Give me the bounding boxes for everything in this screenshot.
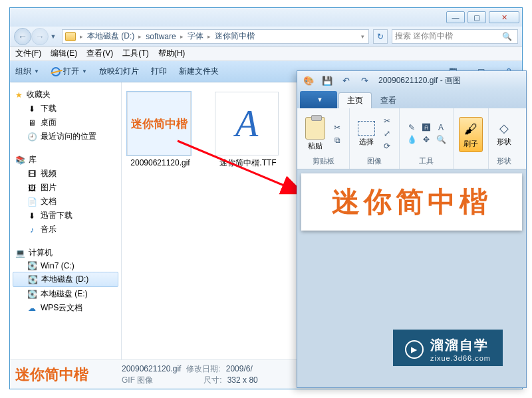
sidebar-item-music[interactable]: ♪音乐 bbox=[13, 223, 118, 237]
navigation-pane: ★收藏夹 ⬇下载 🖥桌面 🕘最近访问的位置 📚库 🎞视频 🖼图片 📄文档 ⬇迅雷… bbox=[10, 82, 122, 359]
dimensions-label: 尺寸: bbox=[203, 375, 221, 386]
paint-app-icon[interactable]: 🎨 bbox=[300, 73, 317, 88]
file-item-ttf[interactable]: A 迷你简中楷.TTF bbox=[215, 92, 281, 167]
crop-button[interactable]: ✂ bbox=[380, 116, 394, 126]
breadcrumb-segment[interactable]: 字体 bbox=[185, 31, 206, 42]
file-item-gif[interactable]: 迷你简中楷 20090621120.gif bbox=[127, 92, 194, 167]
menu-tools[interactable]: 工具(T) bbox=[122, 48, 148, 59]
sidebar-item-pictures[interactable]: 🖼图片 bbox=[13, 181, 118, 195]
eraser-tool[interactable]: 💧 bbox=[405, 134, 418, 145]
search-input[interactable]: 搜索 迷你简中楷 🔍 bbox=[392, 29, 518, 44]
folder-icon bbox=[65, 32, 76, 41]
file-name: 迷你简中楷.TTF bbox=[215, 158, 281, 167]
breadcrumb-segment[interactable]: 迷你简中楷 bbox=[212, 31, 257, 42]
sidebar-item-downloads[interactable]: ⬇下载 bbox=[13, 102, 118, 116]
sidebar-item-recent[interactable]: 🕘最近访问的位置 bbox=[13, 130, 118, 144]
ribbon-group-image: 选择 ✂ ⤢ ⟳ 图像 bbox=[350, 108, 400, 169]
organize-button[interactable]: 组织 ▼ bbox=[15, 66, 39, 77]
copy-button[interactable]: ⧉ bbox=[331, 135, 344, 146]
play-icon: ▶ bbox=[405, 340, 424, 359]
brush-button[interactable]: 🖌 刷子 bbox=[459, 117, 483, 152]
tab-view[interactable]: 查看 bbox=[372, 92, 405, 108]
paint-document-title: 20090621120.gif - 画图 bbox=[378, 75, 461, 86]
select-button[interactable]: 选择 bbox=[355, 120, 378, 148]
computer-header[interactable]: 💻计算机 bbox=[13, 246, 118, 260]
clipboard-icon bbox=[305, 117, 325, 140]
address-dropdown-icon[interactable]: ▾ bbox=[360, 33, 366, 40]
new-folder-button[interactable]: 新建文件夹 bbox=[179, 66, 219, 77]
print-button[interactable]: 打印 bbox=[151, 66, 167, 77]
open-button[interactable]: 打开 ▼ bbox=[51, 66, 87, 77]
nav-history-dropdown[interactable]: ▼ bbox=[49, 28, 58, 45]
group-label-image: 图像 bbox=[367, 156, 382, 167]
sidebar-item-videos[interactable]: 🎞视频 bbox=[13, 167, 118, 181]
document-icon: 📄 bbox=[27, 197, 37, 207]
ribbon-tabs: ▼ 主页 查看 bbox=[297, 90, 526, 108]
cloud-icon: ☁ bbox=[27, 304, 37, 313]
menu-view[interactable]: 查看(V) bbox=[86, 48, 113, 59]
sidebar-item-drive-c[interactable]: 💽Win7 (C:) bbox=[13, 260, 118, 272]
favorites-header[interactable]: ★收藏夹 bbox=[13, 88, 118, 102]
breadcrumb-segment[interactable]: 本地磁盘 (D:) bbox=[84, 31, 137, 42]
font-icon: A bbox=[235, 102, 258, 145]
forward-button[interactable]: → bbox=[31, 28, 49, 45]
picker-tool[interactable]: ✥ bbox=[420, 134, 433, 145]
details-preview: 迷你简中楷 bbox=[15, 365, 122, 385]
address-field[interactable]: ▸ 本地磁盘 (D:)▸ software▸ 字体▸ 迷你简中楷 ▾ bbox=[62, 29, 369, 44]
watermark: ▶ 溜溜自学 zixue.3d66.com bbox=[393, 330, 503, 366]
paint-titlebar: 🎨 💾 ↶ ↷ 20090621120.gif - 画图 bbox=[297, 71, 526, 90]
music-icon: ♪ bbox=[27, 225, 37, 235]
sidebar-item-drive-d[interactable]: 💽本地磁盘 (D:) bbox=[13, 272, 118, 287]
resize-button[interactable]: ⤢ bbox=[380, 128, 394, 139]
mod-date-label: 修改日期: bbox=[186, 363, 220, 375]
slideshow-button[interactable]: 放映幻灯片 bbox=[99, 66, 139, 77]
tab-home[interactable]: 主页 bbox=[338, 92, 372, 108]
pencil-tool[interactable]: ✎ bbox=[405, 122, 418, 133]
xunlei-icon: ⬇ bbox=[27, 211, 37, 221]
shapes-icon: ◇ bbox=[497, 121, 511, 136]
ribbon: 粘贴 ✂ ⧉ 剪贴板 选择 ✂ ⤢ ⟳ 图像 bbox=[297, 108, 526, 169]
undo-button[interactable]: ↶ bbox=[337, 73, 354, 88]
sidebar-item-documents[interactable]: 📄文档 bbox=[13, 195, 118, 209]
paste-button[interactable]: 粘贴 bbox=[303, 116, 328, 152]
maximize-button[interactable]: ▢ bbox=[467, 11, 486, 23]
computer-icon: 💻 bbox=[15, 249, 25, 258]
details-filename: 20090621120.gif bbox=[122, 363, 181, 375]
cut-button[interactable]: ✂ bbox=[331, 122, 344, 133]
mod-date-value: 2009/6/ bbox=[226, 363, 253, 375]
menu-edit[interactable]: 编辑(E) bbox=[51, 48, 77, 59]
sidebar-item-desktop[interactable]: 🖥桌面 bbox=[13, 116, 118, 130]
menu-help[interactable]: 帮助(H) bbox=[158, 48, 186, 59]
library-icon: 📚 bbox=[15, 155, 25, 165]
sidebar-item-xunlei[interactable]: ⬇迅雷下载 bbox=[13, 209, 118, 223]
ribbon-group-brushes: 🖌 刷子 bbox=[454, 108, 489, 169]
desktop-icon: 🖥 bbox=[27, 118, 37, 128]
sidebar-item-wps-cloud[interactable]: ☁WPS云文档 bbox=[13, 301, 118, 315]
zoom-tool[interactable]: 🔍 bbox=[434, 134, 448, 145]
minimize-button[interactable]: — bbox=[446, 11, 465, 23]
address-bar: ← → ▼ ▸ 本地磁盘 (D:)▸ software▸ 字体▸ 迷你简中楷 ▾… bbox=[10, 27, 522, 47]
redo-button[interactable]: ↷ bbox=[356, 73, 373, 88]
ribbon-group-tools: ✎ 🅰 A 💧 ✥ 🔍 工具 bbox=[400, 108, 454, 169]
file-name: 20090621120.gif bbox=[127, 158, 194, 167]
fill-tool[interactable]: 🅰 bbox=[420, 122, 433, 133]
shapes-button[interactable]: ◇ 形状 bbox=[494, 120, 514, 148]
select-icon bbox=[358, 121, 375, 136]
rotate-button[interactable]: ⟳ bbox=[380, 141, 394, 151]
drive-icon: 💽 bbox=[27, 290, 37, 299]
back-button[interactable]: ← bbox=[14, 28, 31, 45]
file-tab[interactable]: ▼ bbox=[300, 91, 337, 108]
text-tool[interactable]: A bbox=[434, 122, 448, 133]
canvas[interactable]: 迷你简中楷 bbox=[301, 173, 522, 231]
group-label-shapes: 形状 bbox=[497, 156, 511, 167]
menu-file[interactable]: 文件(F) bbox=[15, 48, 41, 59]
recent-icon: 🕘 bbox=[27, 132, 37, 142]
refresh-button[interactable]: ↻ bbox=[373, 29, 388, 44]
close-button[interactable]: ✕ bbox=[489, 11, 519, 23]
breadcrumb-segment[interactable]: software bbox=[143, 32, 178, 41]
save-button[interactable]: 💾 bbox=[319, 73, 336, 88]
libraries-header[interactable]: 📚库 bbox=[13, 153, 118, 167]
search-placeholder: 搜索 迷你简中楷 bbox=[395, 31, 453, 42]
search-icon: 🔍 bbox=[502, 32, 512, 41]
sidebar-item-drive-e[interactable]: 💽本地磁盘 (E:) bbox=[13, 287, 118, 301]
